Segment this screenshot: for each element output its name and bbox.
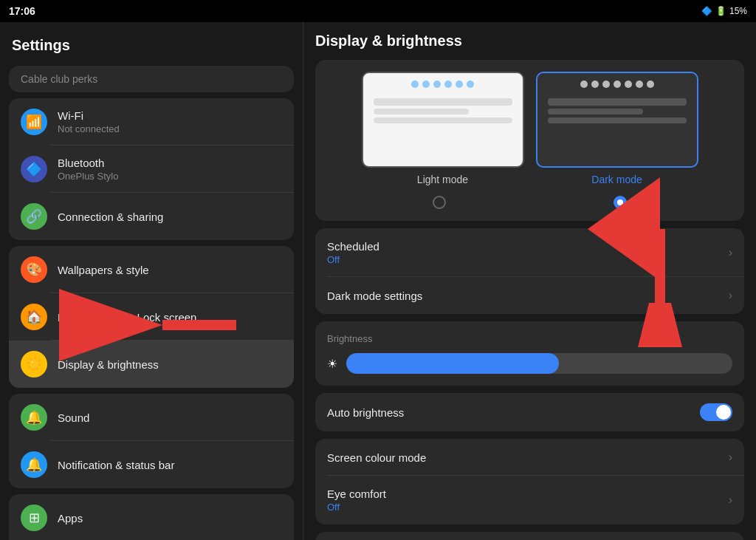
status-time: 17:06 bbox=[9, 5, 35, 17]
light-preview-dots bbox=[363, 73, 523, 92]
toggle-knob bbox=[716, 405, 731, 420]
light-line2 bbox=[374, 109, 470, 115]
dark-settings-card: Scheduled Off › Dark mode settings › bbox=[315, 228, 744, 314]
theme-radio-row bbox=[327, 196, 732, 209]
connection-icon: 🔗 bbox=[21, 203, 47, 230]
light-line3 bbox=[374, 117, 512, 123]
sidebar-item-bluetooth[interactable]: 🔷 Bluetooth OnePlus Stylo bbox=[9, 146, 294, 193]
screen-colour-chevron: › bbox=[729, 451, 732, 464]
sidebar-item-homescreen[interactable]: 🏠 Home screen & Lock screen bbox=[9, 293, 294, 341]
auto-brightness-row: Auto brightness bbox=[315, 393, 744, 431]
screen-colour-label: Screen colour mode bbox=[327, 451, 729, 464]
dark-line2 bbox=[548, 109, 644, 115]
battery-level: 15% bbox=[729, 6, 747, 16]
eye-comfort-row[interactable]: Eye comfort Off › bbox=[315, 476, 744, 524]
dark-mode-label: Dark mode bbox=[591, 174, 642, 185]
sound-label: Sound bbox=[58, 411, 282, 424]
sidebar-item-wifi[interactable]: 📶 Wi-Fi Not connected bbox=[9, 98, 294, 146]
dark-line3 bbox=[548, 117, 687, 123]
sidebar-item-connection[interactable]: 🔗 Connection & sharing bbox=[9, 193, 294, 240]
scheduled-row[interactable]: Scheduled Off › bbox=[315, 228, 744, 277]
screen-colour-row[interactable]: Screen colour mode › bbox=[315, 439, 744, 476]
sidebar-title: Settings bbox=[0, 28, 303, 66]
dark-mode-radio[interactable] bbox=[614, 196, 627, 209]
status-icons: 🔷 🔋 15% bbox=[701, 6, 747, 16]
dark-preview-dots bbox=[537, 73, 697, 92]
panel-title: Display & brightness bbox=[315, 33, 744, 49]
dark-mode-settings-chevron: › bbox=[729, 289, 732, 302]
light-mode-label: Light mode bbox=[417, 174, 468, 185]
homescreen-icon: 🏠 bbox=[21, 304, 47, 330]
status-bar: 17:06 🔷 🔋 15% bbox=[0, 0, 756, 22]
notification-label: Notification & status bar bbox=[58, 459, 282, 471]
display-label: Display & brightness bbox=[58, 358, 282, 371]
dot3 bbox=[433, 81, 441, 88]
security-group: ⊞ Apps 🔒 Password & security 🛡️ Privacy bbox=[9, 494, 294, 540]
sidebar-item-sound[interactable]: 🔔 Sound bbox=[9, 394, 294, 441]
sidebar-item-notification[interactable]: 🔔 Notification & status bar bbox=[9, 441, 294, 488]
wallpapers-icon: 🎨 bbox=[21, 256, 47, 283]
dark-mode-option[interactable]: Dark mode bbox=[536, 72, 698, 185]
wifi-value: Not connected bbox=[58, 123, 282, 134]
sidebar-item-wallpapers[interactable]: 🎨 Wallpapers & style bbox=[9, 246, 294, 293]
dark-mode-settings-row[interactable]: Dark mode settings › bbox=[315, 277, 744, 314]
ddot2 bbox=[591, 81, 599, 88]
scheduled-label: Scheduled bbox=[327, 240, 729, 253]
brightness-fill bbox=[346, 353, 559, 374]
auto-brightness-label: Auto brightness bbox=[327, 406, 700, 419]
ddot7 bbox=[647, 81, 654, 88]
ddot6 bbox=[636, 81, 643, 88]
display-icon: ☀️ bbox=[21, 351, 47, 377]
appearance-group: 🎨 Wallpapers & style 🏠 Home screen & Loc… bbox=[9, 246, 294, 388]
light-mode-option[interactable]: Light mode bbox=[362, 72, 524, 185]
battery-icon: 🔋 bbox=[715, 6, 726, 16]
light-line1 bbox=[374, 98, 512, 106]
wallpapers-label: Wallpapers & style bbox=[58, 264, 282, 276]
notification-icon: 🔔 bbox=[21, 451, 47, 478]
bluetooth-icon: 🔷 bbox=[21, 156, 47, 182]
dot1 bbox=[411, 81, 419, 88]
dot4 bbox=[444, 81, 452, 88]
light-mode-radio[interactable] bbox=[433, 196, 446, 209]
auto-brightness-toggle[interactable] bbox=[700, 403, 732, 421]
sidebar-item-apps[interactable]: ⊞ Apps bbox=[9, 494, 294, 540]
dark-mode-settings-label: Dark mode settings bbox=[327, 290, 729, 302]
connection-label: Connection & sharing bbox=[58, 211, 282, 223]
ddot3 bbox=[602, 81, 610, 88]
brightness-sun-icon: ☀ bbox=[327, 357, 337, 371]
brightness-track[interactable] bbox=[346, 353, 732, 374]
content-panel: Display & brightness bbox=[303, 22, 756, 540]
eye-comfort-chevron: › bbox=[729, 493, 732, 507]
apps-icon: ⊞ bbox=[21, 505, 47, 531]
dot5 bbox=[456, 81, 463, 88]
ddot1 bbox=[580, 81, 588, 88]
brightness-section-label: Brightness bbox=[327, 333, 732, 344]
brightness-slider-row: ☀ bbox=[327, 353, 732, 374]
bluetooth-value: OnePlus Stylo bbox=[58, 171, 282, 182]
scheduled-chevron: › bbox=[729, 246, 732, 259]
brightness-section: Brightness ☀ bbox=[315, 321, 744, 386]
sidebar: Settings Cable club perks 📶 Wi-Fi Not co… bbox=[0, 22, 303, 540]
sidebar-item-display[interactable]: ☀️ Display & brightness bbox=[9, 341, 294, 388]
eye-comfort-value: Off bbox=[327, 502, 729, 513]
partial-group: Cable club perks bbox=[9, 66, 294, 92]
nature-tone-row[interactable]: Nature tone display bbox=[315, 532, 744, 540]
partial-item[interactable]: Cable club perks bbox=[9, 66, 294, 92]
homescreen-label: Home screen & Lock screen bbox=[58, 311, 282, 324]
theme-options: Light mode bbox=[327, 72, 732, 185]
theme-selector-card: Light mode bbox=[315, 60, 744, 221]
dark-mode-preview bbox=[536, 72, 698, 168]
wifi-label: Wi-Fi bbox=[58, 109, 282, 122]
dot6 bbox=[467, 81, 474, 88]
connectivity-group: 📶 Wi-Fi Not connected 🔷 Bluetooth OnePlu… bbox=[9, 98, 294, 240]
wifi-icon: 📶 bbox=[21, 109, 47, 135]
system-group: 🔔 Sound 🔔 Notification & status bar bbox=[9, 394, 294, 488]
bluetooth-label: Bluetooth bbox=[58, 157, 282, 169]
bluetooth-status-icon: 🔷 bbox=[701, 6, 712, 16]
eye-comfort-label: Eye comfort bbox=[327, 488, 729, 500]
ddot4 bbox=[614, 81, 621, 88]
radio-inner bbox=[617, 199, 623, 205]
main-layout: Settings Cable club perks 📶 Wi-Fi Not co… bbox=[0, 22, 756, 540]
scheduled-value: Off bbox=[327, 254, 729, 265]
apps-label: Apps bbox=[58, 512, 282, 524]
